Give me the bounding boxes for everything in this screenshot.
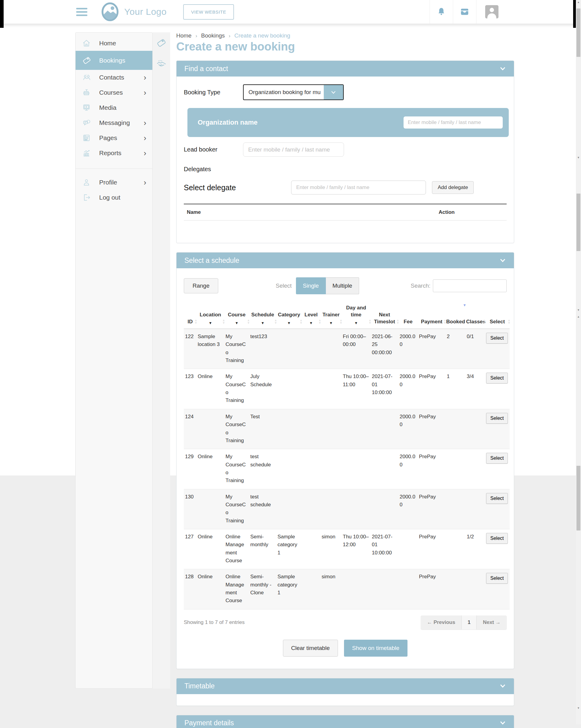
scroll-down-arrow-icon[interactable]: ▼: [576, 156, 581, 159]
select-row-button[interactable]: Select: [486, 333, 508, 344]
next-page-button[interactable]: Next →: [476, 616, 507, 629]
lead-booker-input[interactable]: [243, 142, 344, 157]
select-row-button[interactable]: Select: [486, 453, 508, 464]
table-row: 129OnlineMy CourseCo Trainingtest schedu…: [184, 449, 510, 489]
scrollbar-thumb[interactable]: [577, 8, 580, 57]
chevron-down-icon[interactable]: [499, 67, 506, 71]
organization-name-input[interactable]: [404, 116, 503, 129]
sidebar-item-profile[interactable]: Profile ›: [76, 175, 153, 190]
cell-payment: PrePay: [418, 329, 446, 369]
find-contact-panel-body: Booking Type Organization booking for mu…: [176, 77, 514, 243]
column-header-location[interactable]: Location▼▲▼: [196, 303, 224, 329]
inbox-button[interactable]: [453, 0, 476, 24]
sidebar-item-reports[interactable]: Reports ›: [76, 146, 153, 161]
sidebar-item-media[interactable]: Media: [76, 100, 153, 115]
select-row-button[interactable]: Select: [486, 573, 508, 584]
column-header-day-and-time[interactable]: Day and time▼▲▼: [341, 303, 370, 329]
select-schedule-panel-header[interactable]: Select a schedule: [176, 253, 514, 268]
scroll-down-arrow-icon[interactable]: ▼: [576, 309, 581, 312]
chevron-right-icon: ›: [144, 88, 146, 97]
table-row: 123OnlineMy CourseCo TrainingJuly Schedu…: [184, 369, 510, 409]
cell-booked: 2: [446, 329, 466, 369]
cell-trainer: [321, 449, 341, 489]
column-header-schedule[interactable]: Schedule▼▲▼: [249, 303, 276, 329]
app-window: Your Logo VIEW WEBSITE: [0, 0, 581, 728]
handshake-icon[interactable]: [156, 59, 167, 69]
column-header-fee[interactable]: Fee: [398, 303, 418, 329]
chevron-down-icon[interactable]: [499, 721, 506, 725]
clear-timetable-button[interactable]: Clear timetable: [283, 640, 338, 657]
scroll-up-arrow-icon[interactable]: ▲: [576, 315, 581, 318]
tag-icon[interactable]: [156, 38, 167, 48]
filter-caret-icon[interactable]: ▼: [197, 320, 224, 326]
booking-type-select[interactable]: Organization booking for mu: [243, 84, 344, 100]
column-header-trainer[interactable]: Trainer▼▲▼: [321, 303, 341, 329]
sidebar-item-messaging[interactable]: Messaging ›: [76, 115, 153, 130]
inbox-icon: [459, 7, 470, 17]
filter-caret-icon[interactable]: ▼: [342, 320, 370, 326]
notifications-button[interactable]: [430, 0, 453, 24]
user-menu[interactable]: [476, 0, 518, 24]
filter-caret-icon[interactable]: ▼: [321, 320, 341, 326]
capture-artifact: [573, 0, 576, 28]
cell-course: My CourseCo Training: [224, 369, 249, 409]
column-header-payment[interactable]: Payment▲▼: [418, 303, 446, 329]
bell-icon: [436, 7, 446, 17]
chevron-down-icon[interactable]: [499, 258, 506, 263]
column-header-next-timeslot[interactable]: Next Timeslot▲▼: [370, 303, 398, 329]
logo[interactable]: Your Logo: [100, 2, 167, 21]
page-number-button[interactable]: 1: [461, 616, 476, 629]
cell-classes: [466, 449, 485, 489]
tag-icon: [82, 56, 92, 65]
timetable-panel-header[interactable]: Timetable: [176, 678, 514, 694]
sidebar-item-logout[interactable]: Log out: [76, 190, 153, 205]
sidebar-item-bookings[interactable]: Bookings: [76, 51, 153, 70]
filter-caret-icon[interactable]: ▼: [302, 320, 320, 326]
show-on-timetable-button[interactable]: Show on timetable: [344, 640, 408, 657]
scroll-up-arrow-icon[interactable]: ▲: [576, 1, 581, 4]
find-contact-panel-header[interactable]: Find a contact: [176, 61, 514, 77]
cell-booked: [446, 449, 466, 489]
pagination: ← Previous 1 Next →: [421, 616, 507, 629]
column-header-id[interactable]: ID▲▼: [184, 303, 196, 329]
cell-category: [276, 369, 302, 409]
scrollbar[interactable]: ▲ ▼ ▼ ▲ ▼: [576, 0, 581, 724]
column-header-classes[interactable]: Classes▲▼: [466, 303, 485, 329]
select-row-button[interactable]: Select: [486, 413, 508, 424]
range-button[interactable]: Range: [184, 278, 218, 293]
select-row-button[interactable]: Select: [486, 373, 508, 384]
column-header-booked[interactable]: Booked▼: [446, 303, 466, 329]
timetable-panel-body: [176, 694, 514, 706]
sidebar-item-contacts[interactable]: Contacts ›: [76, 70, 153, 85]
cell-id: 130: [184, 489, 196, 529]
scroll-down-arrow-icon[interactable]: ▼: [576, 706, 581, 709]
select-row-button[interactable]: Select: [486, 493, 508, 504]
column-header-category[interactable]: Category▼▲▼: [276, 303, 302, 329]
scrollbar-thumb[interactable]: [577, 193, 580, 251]
view-website-button[interactable]: VIEW WEBSITE: [183, 4, 234, 20]
sidebar-item-courses[interactable]: Courses ›: [76, 85, 153, 100]
filter-caret-icon[interactable]: ▼: [277, 320, 301, 326]
search-input[interactable]: [433, 280, 507, 292]
menu-icon[interactable]: [76, 6, 87, 18]
select-row-button[interactable]: Select: [486, 533, 508, 544]
filter-caret-icon[interactable]: ▼: [225, 320, 248, 326]
previous-page-button[interactable]: ← Previous: [421, 616, 461, 629]
payment-details-panel-header[interactable]: Payment details: [176, 715, 514, 728]
scrollbar-thumb[interactable]: [577, 466, 580, 530]
cell-category: [276, 489, 302, 529]
breadcrumb-home[interactable]: Home: [176, 32, 192, 39]
column-header-select[interactable]: Select▲▼: [485, 303, 510, 329]
single-toggle[interactable]: Single: [296, 277, 326, 294]
select-delegate-input[interactable]: [291, 181, 426, 194]
chevron-down-icon[interactable]: [499, 684, 506, 688]
sidebar-item-pages[interactable]: Pages ›: [76, 130, 153, 146]
select-delegate-label: Select delegate: [184, 183, 291, 192]
column-header-level[interactable]: Level▼▲▼: [302, 303, 321, 329]
column-header-course[interactable]: Course▼▲▼: [224, 303, 249, 329]
breadcrumb-bookings[interactable]: Bookings: [201, 32, 225, 39]
multiple-toggle[interactable]: Multiple: [326, 277, 359, 294]
filter-caret-icon[interactable]: ▼: [250, 320, 276, 326]
sidebar-item-home[interactable]: Home: [76, 36, 153, 51]
add-delegate-button[interactable]: Add delegate: [432, 181, 474, 194]
